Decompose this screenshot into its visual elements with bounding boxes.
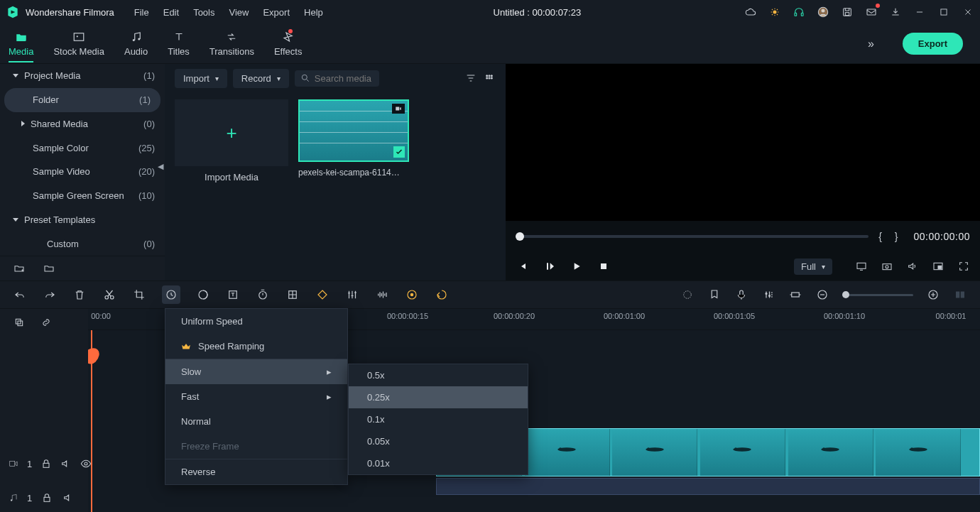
timeline-clip-audio[interactable] <box>436 478 980 495</box>
menu-view[interactable]: View <box>222 7 256 18</box>
markers-icon[interactable] <box>285 288 300 302</box>
cut-icon[interactable] <box>102 288 116 302</box>
collapse-sidebar-icon[interactable]: ◀ <box>156 158 165 175</box>
submenu-0.25x[interactable]: 0.25x <box>349 386 528 408</box>
mute-icon[interactable] <box>62 491 75 504</box>
mic-icon[interactable] <box>734 288 748 302</box>
menu-fast[interactable]: Fast▸ <box>165 384 347 409</box>
adjust-icon[interactable] <box>345 288 359 302</box>
save-icon[interactable] <box>841 6 854 18</box>
audio-track-header[interactable]: 1 <box>0 484 88 512</box>
mute-icon[interactable] <box>60 457 72 470</box>
monitor-icon[interactable] <box>855 260 868 273</box>
play-button[interactable] <box>570 259 584 273</box>
zoom-knob[interactable] <box>842 291 849 298</box>
menu-uniform-speed[interactable]: Uniform Speed <box>165 309 347 334</box>
lock-icon[interactable] <box>40 457 52 470</box>
delete-icon[interactable] <box>72 288 87 302</box>
tab-transitions[interactable]: Transitions <box>209 31 254 57</box>
menu-slow[interactable]: Slow▸ <box>165 359 347 384</box>
sidebar-video[interactable]: Sample Video (20) <box>0 160 165 184</box>
tab-stock-media[interactable]: Stock Media <box>53 31 104 57</box>
tab-titles[interactable]: Titles <box>168 31 190 57</box>
sidebar-folder[interactable]: Folder (1) <box>4 88 160 112</box>
mail-icon[interactable] <box>865 6 878 18</box>
duplicate-icon[interactable] <box>13 316 26 329</box>
menu-export[interactable]: Export <box>256 7 297 18</box>
tab-audio[interactable]: Audio <box>124 31 148 57</box>
undo-icon[interactable] <box>13 288 27 302</box>
speed-icon[interactable] <box>162 285 180 304</box>
menu-help[interactable]: Help <box>297 7 330 18</box>
export-button[interactable]: Export <box>903 33 963 55</box>
equalizer-icon[interactable] <box>375 288 389 302</box>
sidebar-custom[interactable]: Custom (0) <box>0 232 165 256</box>
video-track-header[interactable]: 1 <box>0 444 88 484</box>
import-media-box[interactable]: + <box>175 99 288 166</box>
motion-icon[interactable] <box>435 288 449 302</box>
tab-effects[interactable]: Effects <box>274 31 303 57</box>
zoom-out-icon[interactable] <box>815 288 829 302</box>
keyframe-icon[interactable] <box>315 288 330 302</box>
sidebar-green[interactable]: Sample Green Screen (10) <box>0 184 165 208</box>
lock-icon[interactable] <box>40 491 53 504</box>
menu-tools[interactable]: Tools <box>186 7 222 18</box>
zoom-slider[interactable] <box>842 294 913 296</box>
video-preview[interactable] <box>506 64 980 221</box>
crop-icon[interactable] <box>132 288 146 302</box>
record-dropdown[interactable]: Record ▾ <box>233 69 289 88</box>
link-icon[interactable] <box>40 316 53 329</box>
close-button[interactable] <box>962 6 974 18</box>
zoom-fit-icon[interactable] <box>953 288 967 302</box>
cloud-icon[interactable] <box>744 6 757 18</box>
playhead-marker-icon[interactable] <box>88 344 103 366</box>
sidebar-preset[interactable]: Preset Templates <box>0 208 165 232</box>
timer-icon[interactable] <box>256 288 270 302</box>
minimize-button[interactable] <box>913 6 926 18</box>
import-dropdown[interactable]: Import ▾ <box>175 69 227 88</box>
text-tool-icon[interactable] <box>226 288 240 302</box>
filter-icon[interactable] <box>464 72 477 85</box>
snapshot-icon[interactable] <box>881 260 893 273</box>
submenu-0.5x[interactable]: 0.5x <box>349 364 528 386</box>
mark-in-button[interactable]: { <box>876 231 885 242</box>
download-icon[interactable] <box>889 6 902 18</box>
grid-view-icon[interactable] <box>483 72 496 85</box>
prev-frame-button[interactable] <box>516 259 530 273</box>
color-icon[interactable] <box>196 288 210 302</box>
menu-file[interactable]: File <box>127 7 156 18</box>
menu-speed-ramping[interactable]: Speed Ramping <box>165 334 347 359</box>
media-clip[interactable]: pexels-kei-scampa-6114… <box>298 99 409 178</box>
mark-out-button[interactable]: } <box>892 231 901 242</box>
submenu-0.1x[interactable]: 0.1x <box>349 408 528 430</box>
tab-media[interactable]: Media <box>9 31 33 57</box>
playhead[interactable] <box>91 330 92 512</box>
fullscreen-icon[interactable] <box>957 260 970 273</box>
play-pause-button[interactable] <box>543 259 557 273</box>
submenu-0.05x[interactable]: 0.05x <box>349 430 528 452</box>
sidebar-shared[interactable]: Shared Media (0) <box>0 112 165 136</box>
clip-thumbnail[interactable] <box>298 99 409 162</box>
redo-icon[interactable] <box>43 288 57 302</box>
headphones-icon[interactable] <box>793 6 805 18</box>
volume-icon[interactable] <box>906 260 919 273</box>
pip-icon[interactable] <box>932 260 944 273</box>
stop-button[interactable] <box>597 259 611 273</box>
render-icon[interactable] <box>680 288 695 302</box>
sparkle-icon[interactable] <box>768 6 781 18</box>
audio-mixer-icon[interactable] <box>761 288 775 302</box>
sidebar-project-media[interactable]: Project Media (1) <box>0 64 165 88</box>
zoom-in-icon[interactable] <box>926 288 940 302</box>
maximize-button[interactable] <box>937 6 950 18</box>
submenu-0.01x[interactable]: 0.01x <box>349 452 528 474</box>
menu-reverse[interactable]: Reverse <box>165 459 347 484</box>
menu-normal[interactable]: Normal <box>165 409 347 434</box>
seek-slider[interactable] <box>516 235 869 238</box>
search-input[interactable] <box>315 73 374 84</box>
marker-add-icon[interactable] <box>707 288 722 302</box>
quality-select[interactable]: Full ▾ <box>794 258 832 275</box>
avatar-icon[interactable] <box>817 6 829 18</box>
enhance-icon[interactable] <box>405 288 419 302</box>
more-tabs-icon[interactable]: » <box>868 38 874 50</box>
menu-edit[interactable]: Edit <box>156 7 186 18</box>
